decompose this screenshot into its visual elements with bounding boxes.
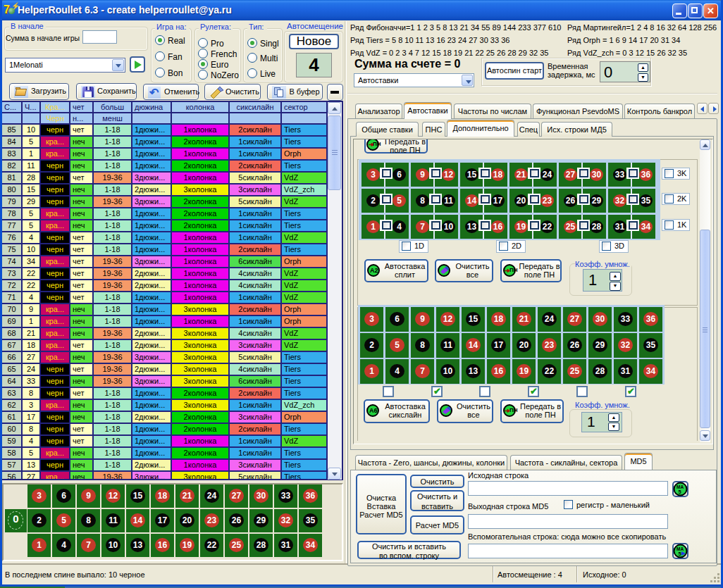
svg-text:5: 5 xyxy=(679,551,681,557)
svg-text:5: 5 xyxy=(679,489,681,495)
